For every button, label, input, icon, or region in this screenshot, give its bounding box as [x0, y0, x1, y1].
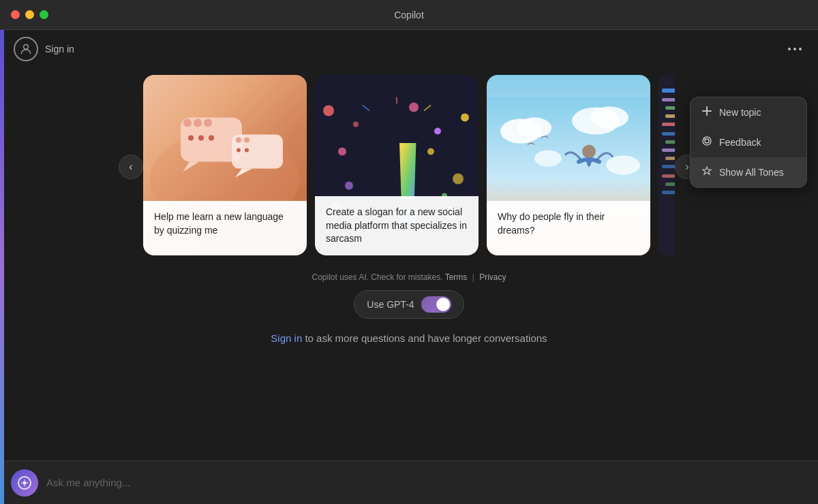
svg-rect-49 [662, 132, 675, 136]
maximize-button[interactable] [40, 10, 48, 19]
svg-point-37 [517, 118, 551, 138]
svg-rect-47 [665, 114, 675, 118]
sign-in-area[interactable]: Sign in [14, 37, 74, 61]
svg-point-25 [453, 174, 464, 185]
svg-point-18 [245, 148, 249, 153]
svg-point-8 [204, 119, 212, 127]
svg-point-2 [793, 48, 796, 50]
svg-point-11 [236, 138, 241, 143]
svg-point-19 [323, 106, 334, 116]
toggle-knob [436, 298, 450, 311]
card-code[interactable] [658, 75, 675, 255]
svg-point-64 [703, 137, 711, 145]
plus-icon [701, 106, 712, 119]
svg-point-23 [434, 128, 441, 135]
svg-point-24 [338, 148, 346, 156]
svg-line-27 [424, 106, 431, 111]
gpt4-label: Use GPT-4 [367, 299, 414, 310]
svg-point-12 [244, 138, 249, 143]
gpt4-toggle-switch[interactable] [421, 296, 451, 313]
bottom-section: Copilot uses AI. Check for mistakes. Ter… [271, 259, 547, 460]
terms-link[interactable]: Terms [445, 272, 468, 282]
card-overlay-2: Create a slogan for a new social media p… [315, 196, 479, 255]
input-bar [0, 460, 818, 504]
svg-rect-46 [665, 106, 675, 110]
svg-point-30 [353, 122, 359, 127]
svg-point-15 [198, 136, 204, 141]
svg-point-60 [21, 482, 22, 484]
svg-line-28 [363, 106, 369, 111]
svg-rect-54 [662, 174, 675, 178]
svg-point-66 [704, 138, 706, 140]
card-dreams[interactable]: Why do people fly in their dreams? [487, 75, 650, 255]
svg-rect-44 [662, 89, 675, 93]
svg-point-16 [209, 136, 214, 141]
close-button[interactable] [11, 10, 20, 19]
svg-point-39 [590, 107, 628, 129]
svg-point-42 [582, 145, 596, 159]
privacy-link[interactable]: Privacy [479, 272, 506, 282]
svg-point-31 [427, 148, 434, 155]
copilot-icon-button[interactable] [11, 469, 38, 497]
svg-point-59 [24, 485, 25, 486]
svg-rect-52 [665, 157, 675, 160]
svg-rect-51 [662, 148, 675, 152]
topbar: Sign in [0, 30, 818, 68]
card-overlay-3: Why do people fly in their dreams? [487, 201, 650, 255]
feedback-label: Feedback [719, 137, 761, 148]
disclaimer: Copilot uses AI. Check for mistakes. Ter… [312, 272, 506, 282]
carousel-prev-button[interactable]: ‹ [119, 155, 143, 179]
more-options-button[interactable] [783, 37, 807, 61]
svg-point-6 [183, 119, 192, 127]
sign-in-prompt-text: to ask more questions and have longer co… [302, 332, 547, 344]
svg-point-61 [27, 482, 28, 484]
card-social[interactable]: ! [315, 75, 479, 255]
svg-rect-50 [665, 140, 675, 144]
avatar [14, 37, 38, 61]
svg-point-17 [237, 148, 241, 153]
tones-icon [701, 166, 712, 179]
chat-input[interactable] [46, 477, 807, 488]
disclaimer-text: Copilot uses AI. Check for mistakes. [312, 272, 442, 282]
traffic-lights [11, 10, 48, 19]
show-tones-label: Show All Tones [719, 167, 784, 178]
card-text-3: Why do people fly in their dreams? [498, 211, 605, 236]
svg-rect-48 [662, 123, 675, 126]
svg-point-57 [23, 481, 27, 484]
dropdown-menu: New topic Feedback Show All Tones [690, 97, 807, 188]
gpt4-toggle-container[interactable]: Use GPT-4 [354, 290, 464, 319]
sign-in-label: Sign in [45, 44, 74, 54]
minimize-button[interactable] [25, 10, 34, 19]
feedback-icon [701, 136, 712, 149]
svg-point-58 [24, 479, 25, 481]
svg-point-41 [606, 156, 640, 175]
sign-in-prompt-link[interactable]: Sign in [271, 332, 302, 344]
svg-point-32 [345, 182, 353, 190]
card-overlay-1: Help me learn a new language by quizzing… [143, 201, 307, 255]
card-text-2: Create a slogan for a new social media p… [326, 206, 467, 244]
titlebar: Copilot [0, 0, 818, 30]
svg-rect-53 [662, 165, 675, 168]
sign-in-prompt: Sign in to ask more questions and have l… [271, 332, 547, 344]
svg-point-34 [409, 103, 419, 112]
svg-point-20 [461, 114, 469, 122]
dropdown-item-new-topic[interactable]: New topic [691, 97, 806, 127]
svg-point-40 [534, 151, 562, 167]
svg-point-0 [24, 44, 29, 49]
copilot-icon [18, 476, 31, 490]
dropdown-item-show-tones[interactable]: Show All Tones [691, 157, 806, 187]
card-language[interactable]: Help me learn a new language by quizzing… [143, 75, 307, 255]
svg-rect-56 [662, 191, 675, 194]
svg-rect-45 [662, 98, 675, 101]
app-title: Copilot [394, 10, 424, 20]
new-topic-label: New topic [719, 107, 761, 118]
svg-point-7 [194, 119, 202, 127]
svg-rect-55 [665, 183, 675, 186]
svg-point-1 [788, 48, 791, 50]
card-text-1: Help me learn a new language by quizzing… [154, 211, 284, 236]
svg-point-3 [799, 48, 802, 50]
cards-container: Help me learn a new language by quizzing… [143, 75, 675, 259]
dropdown-item-feedback[interactable]: Feedback [691, 127, 806, 157]
svg-point-14 [188, 136, 194, 141]
main-container: Sign in ‹ [0, 30, 818, 504]
